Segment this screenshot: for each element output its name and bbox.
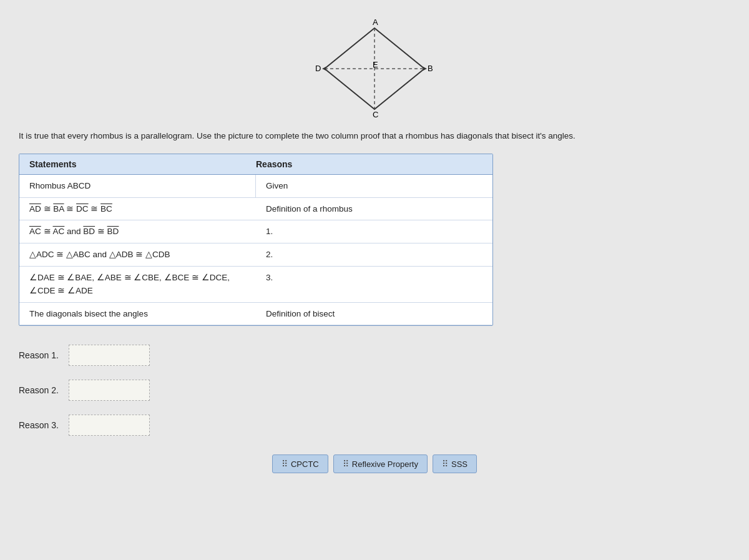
label-D: D [315,64,321,73]
reason-3-input[interactable] [69,415,150,436]
reason-2: Definition of a rhombus [256,198,492,221]
statement-2: AD ≅ BA ≅ DC ≅ BC [19,198,256,221]
proof-table-body: Rhombus ABCD Given AD ≅ BA ≅ DC ≅ BC Def… [19,175,492,325]
cpctc-chip[interactable]: CPCTC [272,454,328,473]
sss-chip[interactable]: SSS [433,454,477,473]
reason-1-row: Reason 1. [19,345,730,366]
reason-3-label: Reason 3. [19,420,69,430]
description-text: It is true that every rhombus is a paral… [19,130,730,142]
reflexive-property-chip[interactable]: Reflexive Property [333,454,428,473]
reason-2-input[interactable] [69,380,150,401]
drag-options: CPCTC Reflexive Property SSS [19,454,730,473]
sss-label: SSS [451,459,468,469]
svg-marker-3 [423,67,427,71]
label-B: B [428,64,433,73]
statement-3: AC ≅ AC and BD ≅ BD [19,220,256,243]
cpctc-label: CPCTC [291,459,319,469]
reason-1-input[interactable] [69,345,150,366]
reason-6-cell: Definition of bisect [256,303,492,326]
proof-table: Statements Reasons Rhombus ABCD Given AD… [19,154,493,326]
reflexive-property-label: Reflexive Property [352,459,418,469]
statement-4: △ADC ≅ △ABC and △ADB ≅ △CDB [19,243,256,267]
label-E: E [373,60,378,69]
reason-2-row: Reason 2. [19,380,730,401]
reason-1: Given [256,175,492,198]
statement-6: The diagonals bisect the angles [19,303,256,326]
statement-1: Rhombus ABCD [19,175,256,198]
label-C: C [373,110,378,119]
reason-5-cell: 3. [256,267,492,303]
reason-2-label: Reason 2. [19,385,69,395]
reasons-header: Reasons [256,159,482,169]
label-A: A [373,19,378,27]
reason-1-label: Reason 1. [19,350,69,360]
svg-marker-4 [322,67,326,71]
reason-3-row: Reason 3. [19,415,730,436]
statement-5: ∠DAE ≅ ∠BAE, ∠ABE ≅ ∠CBE, ∠BCE ≅ ∠DCE, ∠… [19,267,256,303]
reason-inputs-section: Reason 1. Reason 2. Reason 3. [19,345,730,436]
reason-4-cell: 2. [256,243,492,267]
diagram-container: A B C D E [19,19,730,119]
rhombus-diagram: A B C D E [312,19,437,119]
proof-table-header: Statements Reasons [19,154,492,175]
statements-header: Statements [29,159,256,169]
reason-3-cell: 1. [256,220,492,243]
